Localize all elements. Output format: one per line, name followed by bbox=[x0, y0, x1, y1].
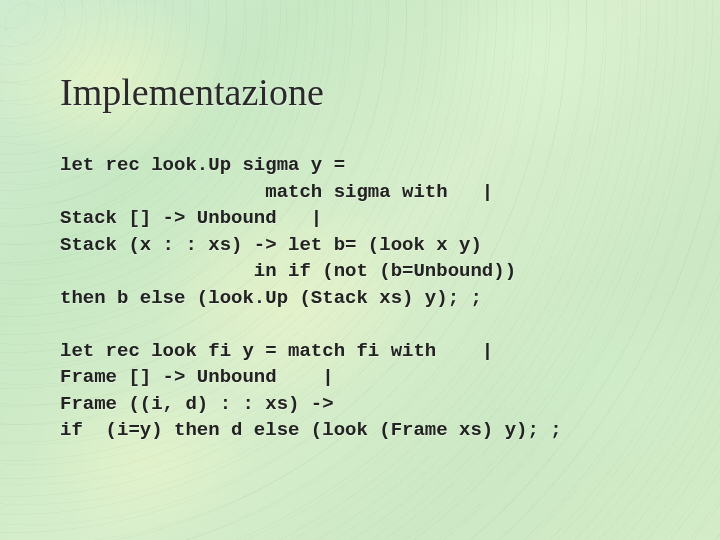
code-block-lookup: let rec look.Up sigma y = match sigma wi… bbox=[60, 152, 670, 312]
code-block-look: let rec look fi y = match fi with | Fram… bbox=[60, 338, 670, 444]
slide-container: Implementazione let rec look.Up sigma y … bbox=[0, 0, 720, 540]
slide-title: Implementazione bbox=[60, 70, 670, 114]
